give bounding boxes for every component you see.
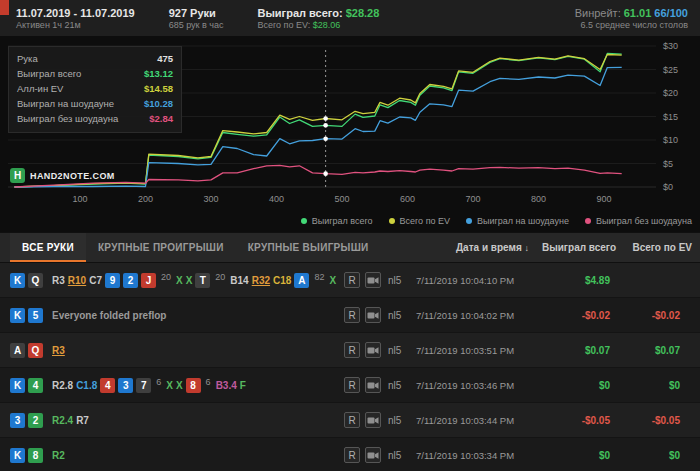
hole-card: 4 [28, 378, 43, 393]
hand-row[interactable]: K8R2Rnl57/11/2019 10:03:34 PM$0$0 [0, 438, 700, 471]
replayer-button[interactable]: R [344, 307, 360, 323]
ev-amount: $0 [610, 450, 680, 461]
camera-button[interactable] [365, 447, 381, 463]
replayer-button[interactable]: R [344, 342, 360, 358]
hole-card: K [10, 378, 25, 393]
chart-tooltip-rows: Рука475Выиграл всего$13.12Алл-ин EV$14.5… [17, 51, 173, 126]
hand-datetime: 7/11/2019 10:03:46 PM [416, 380, 532, 391]
action-token: X [176, 275, 183, 286]
hole-card: K [10, 448, 25, 463]
tooltip-label: Рука [17, 51, 38, 66]
action-token: R10 [68, 275, 86, 286]
camera-button[interactable] [365, 377, 381, 393]
legend-dot-icon [466, 218, 472, 224]
pot-size: 6 [156, 378, 161, 388]
action-line: R2.8C1.84376XX86B3.4F [52, 378, 344, 393]
hand-row[interactable]: AQR3Rnl57/11/2019 10:03:51 PM$0.07$0.07 [0, 333, 700, 368]
svg-text:$10: $10 [663, 135, 678, 145]
hole-card: 5 [28, 308, 43, 323]
hand-datetime: 7/11/2019 10:04:10 PM [416, 275, 532, 286]
svg-text:700: 700 [465, 194, 480, 204]
tooltip-label: Выиграл без шоудауна [17, 111, 118, 126]
hole-cards: KQ [10, 273, 52, 288]
legend-item[interactable]: Всего по EV [389, 216, 450, 226]
stake-label: nl5 [388, 310, 416, 321]
hole-cards: K4 [10, 378, 52, 393]
action-line: R2.4R7 [52, 415, 344, 426]
hands-per-hour: 685 рук в час [169, 20, 224, 31]
svg-text:$25: $25 [663, 65, 678, 75]
legend-item[interactable]: Выиграл на шоудауне [466, 216, 569, 226]
tooltip-label: Выиграл всего [17, 66, 81, 81]
stake-label: nl5 [388, 275, 416, 286]
legend-item[interactable]: Выиграл без шоудауна [585, 216, 692, 226]
row-buttons: R [344, 342, 388, 358]
legend-dot-icon [301, 218, 307, 224]
hole-card: 8 [28, 448, 43, 463]
camera-icon [367, 346, 379, 355]
tooltip-row: Алл-ин EV$14.58 [17, 81, 173, 96]
pot-size: 6 [206, 378, 211, 388]
hands-table: KQR3R10C792J20XXT20B14R32C18A82XRnl57/11… [0, 263, 700, 471]
board-card: 3 [118, 378, 133, 393]
column-header-ev[interactable]: Всего по EV [616, 233, 692, 262]
chart-legend: Выиграл всегоВсего по EVВыиграл на шоуда… [301, 216, 692, 226]
action-line: R3 [52, 345, 344, 356]
hole-card: 3 [10, 413, 25, 428]
hand-row[interactable]: K4R2.8C1.84376XX86B3.4FRnl57/11/2019 10:… [0, 368, 700, 403]
hand-row[interactable]: K5Everyone folded preflopRnl57/11/2019 1… [0, 298, 700, 333]
pot-size: 20 [161, 273, 171, 283]
row-buttons: R [344, 447, 388, 463]
svg-text:900: 900 [596, 194, 611, 204]
camera-button[interactable] [365, 412, 381, 428]
board-card: J [141, 273, 156, 288]
legend-label: Всего по EV [400, 216, 450, 226]
action-token: Everyone folded preflop [52, 310, 166, 321]
legend-label: Выиграл на шоудауне [477, 216, 569, 226]
column-header-won[interactable]: Выиграл всего [536, 233, 616, 262]
hole-cards: AQ [10, 343, 52, 358]
winrate-label: Винрейт: [575, 7, 621, 19]
tooltip-row: Рука475 [17, 51, 173, 66]
svg-text:100: 100 [72, 194, 87, 204]
won-amount: $0 [532, 380, 610, 391]
action-token: X [166, 380, 173, 391]
action-token: B14 [230, 275, 248, 286]
hand-row[interactable]: KQR3R10C792J20XXT20B14R32C18A82XRnl57/11… [0, 263, 700, 298]
action-token: R2 [52, 450, 65, 461]
action-token: X [176, 380, 183, 391]
avg-tables: 6.5 среднее число столов [575, 20, 688, 31]
hand-datetime: 7/11/2019 10:04:02 PM [416, 310, 532, 321]
camera-button[interactable] [365, 307, 381, 323]
won-total-value: $28.28 [346, 7, 380, 19]
svg-text:800: 800 [531, 194, 546, 204]
camera-button[interactable] [365, 272, 381, 288]
column-header-datetime[interactable]: Дата и время ↓ [384, 233, 536, 262]
replayer-button[interactable]: R [344, 447, 360, 463]
legend-item[interactable]: Выиграл всего [301, 216, 373, 226]
tab-all-hands[interactable]: ВСЕ РУКИ [10, 233, 86, 262]
svg-text:600: 600 [400, 194, 415, 204]
session-winrate: Винрейт: 61.01 66/100 6.5 среднее число … [575, 6, 688, 31]
replayer-button[interactable]: R [344, 272, 360, 288]
tooltip-value: $13.12 [144, 66, 173, 81]
tooltip-row: Выиграл на шоудауне$10.28 [17, 96, 173, 111]
replayer-button[interactable]: R [344, 412, 360, 428]
tab-big-losses[interactable]: КРУПНЫЕ ПРОИГРЫШИ [86, 233, 236, 262]
replayer-button[interactable]: R [344, 377, 360, 393]
action-token: X [186, 275, 193, 286]
svg-text:500: 500 [334, 194, 349, 204]
hand-row[interactable]: 32R2.4R7Rnl57/11/2019 10:03:44 PM-$0.05-… [0, 403, 700, 438]
action-token: C1.8 [76, 380, 97, 391]
svg-text:200: 200 [138, 194, 153, 204]
board-card: 2 [123, 273, 138, 288]
won-amount: $4.89 [532, 275, 610, 286]
ev-amount: -$0.02 [610, 310, 680, 321]
action-token: X [329, 275, 336, 286]
tab-big-wins[interactable]: КРУПНЫЕ ВЫИГРЫШИ [236, 233, 381, 262]
hand2note-app: 11.07.2019 - 11.07.2019 Активен 1ч 21м 9… [0, 0, 700, 471]
action-line: R2 [52, 450, 344, 461]
camera-button[interactable] [365, 342, 381, 358]
tooltip-row: Выиграл всего$13.12 [17, 66, 173, 81]
column-header-datetime-label: Дата и время [456, 242, 522, 253]
